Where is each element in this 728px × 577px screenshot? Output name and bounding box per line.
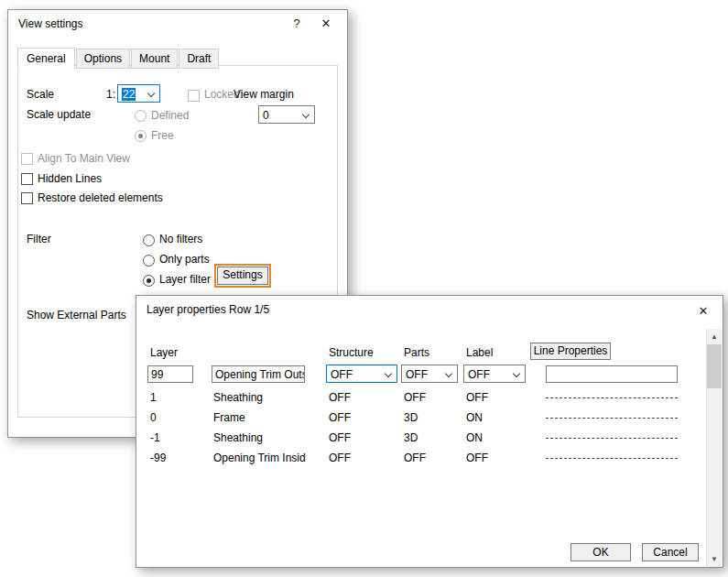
view-settings-title: View settings	[18, 17, 82, 30]
cell-name: Opening Trim Insid	[213, 452, 306, 464]
close-icon[interactable]: ✕	[693, 302, 713, 320]
layer-number-input[interactable]: 99	[147, 365, 193, 383]
line-style-dashed	[546, 418, 678, 419]
chevron-down-icon	[147, 90, 155, 97]
align-to-main-view-label[interactable]: Align To Main View	[38, 152, 130, 165]
scrollbar-thumb[interactable]	[707, 344, 722, 388]
cell-label: OFF	[466, 452, 488, 464]
structure-dropdown-value: OFF	[331, 368, 353, 381]
defined-radio-label[interactable]: Defined	[151, 109, 189, 122]
scale-combobox[interactable]: 22	[117, 84, 160, 103]
column-header-layer: Layer	[150, 346, 178, 359]
cell-layer: 1	[150, 391, 157, 404]
chevron-down-icon	[302, 111, 310, 118]
cell-structure: OFF	[329, 431, 351, 444]
cell-name: Sheathing	[213, 391, 263, 404]
layer-properties-title: Layer properties Row 1/5	[147, 303, 269, 316]
cell-structure: OFF	[329, 452, 351, 464]
tab-mount[interactable]: Mount	[131, 49, 178, 69]
view-settings-tab-bar: General Options Mount Draft	[17, 48, 220, 69]
chevron-down-icon	[445, 370, 452, 377]
layer-row[interactable]: -1 Sheathing OFF 3D ON	[137, 428, 705, 448]
parts-dropdown-value: OFF	[406, 368, 428, 381]
cell-name: Frame	[213, 411, 245, 424]
cell-structure: OFF	[329, 411, 351, 424]
help-icon[interactable]: ?	[287, 15, 307, 32]
desktop-background: View settings ? ✕ General Options Mount …	[0, 0, 728, 577]
column-header-parts: Parts	[404, 346, 429, 359]
cell-layer: -99	[150, 452, 166, 464]
cell-label: ON	[466, 411, 483, 424]
hidden-lines-label[interactable]: Hidden Lines	[38, 172, 102, 185]
scale-combobox-value: 22	[122, 88, 136, 101]
line-style-dashed	[546, 438, 678, 439]
layer-name-input[interactable]: Opening Trim Outs	[212, 365, 305, 383]
layer-row[interactable]: -99 Opening Trim Insid OFF OFF OFF	[137, 448, 705, 468]
scale-label: Scale	[27, 88, 54, 101]
layer-properties-titlebar[interactable]: Layer properties Row 1/5 ✕	[136, 296, 723, 323]
no-filters-radio[interactable]	[143, 234, 155, 246]
column-header-structure: Structure	[329, 346, 374, 359]
hidden-lines-checkbox[interactable]	[21, 173, 33, 185]
no-filters-label[interactable]: No filters	[159, 233, 202, 245]
cell-parts: OFF	[404, 452, 426, 464]
cell-name: Sheathing	[213, 431, 263, 444]
cell-parts: 3D	[404, 411, 418, 424]
only-parts-label[interactable]: Only parts	[159, 253, 210, 266]
close-icon[interactable]: ✕	[316, 15, 336, 32]
chevron-down-icon	[513, 370, 520, 377]
scroll-up-icon[interactable]: ▲	[707, 329, 722, 344]
defined-radio[interactable]	[135, 110, 147, 122]
line-properties-button[interactable]: Line Properties	[530, 343, 611, 360]
scroll-down-icon[interactable]: ▼	[707, 551, 722, 567]
layer-row[interactable]: 1 Sheathing OFF OFF OFF	[137, 387, 705, 408]
column-header-label: Label	[466, 346, 493, 359]
show-external-parts-label: Show External Parts	[27, 309, 126, 321]
only-parts-radio[interactable]	[143, 255, 155, 267]
layer-filter-radio[interactable]	[143, 275, 155, 287]
ok-button[interactable]: OK	[570, 543, 631, 561]
view-margin-combobox-value: 0	[263, 109, 269, 122]
cell-structure: OFF	[329, 391, 351, 404]
vertical-scrollbar[interactable]: ▲ ▼	[706, 329, 722, 567]
cell-label: OFF	[466, 391, 488, 404]
cell-parts: OFF	[404, 391, 426, 404]
view-settings-titlebar[interactable]: View settings ? ✕	[8, 10, 347, 38]
free-radio-label[interactable]: Free	[151, 129, 174, 142]
label-dropdown-value: OFF	[468, 368, 490, 381]
filter-settings-button[interactable]: Settings	[217, 267, 268, 285]
structure-dropdown[interactable]: OFF	[326, 365, 397, 383]
locked-checkbox[interactable]	[188, 90, 200, 102]
cell-layer: 0	[150, 411, 157, 424]
layer-filter-label[interactable]: Layer filter	[159, 273, 211, 286]
view-margin-label: View margin	[234, 88, 294, 101]
cell-layer: -1	[150, 431, 160, 444]
cancel-button[interactable]: Cancel	[642, 543, 699, 561]
line-properties-input[interactable]	[546, 365, 678, 383]
restore-deleted-checkbox[interactable]	[21, 192, 33, 204]
align-to-main-view-checkbox[interactable]	[21, 153, 33, 165]
layer-properties-dialog: Layer properties Row 1/5 ✕ Layer Structu…	[136, 295, 723, 568]
tab-general[interactable]: General	[17, 48, 75, 70]
cell-parts: 3D	[404, 431, 418, 444]
filter-label: Filter	[27, 233, 51, 245]
free-radio[interactable]	[135, 130, 147, 142]
scale-update-label: Scale update	[27, 108, 91, 121]
scale-ratio-prefix: 1:	[106, 88, 115, 101]
line-style-dashed	[546, 397, 678, 398]
view-margin-combobox[interactable]: 0	[258, 105, 315, 124]
cell-label: ON	[466, 431, 483, 444]
restore-deleted-label[interactable]: Restore deleted elements	[38, 191, 163, 204]
label-dropdown[interactable]: OFF	[463, 365, 526, 383]
chevron-down-icon	[385, 370, 392, 377]
line-style-dashed	[546, 458, 678, 459]
parts-dropdown[interactable]: OFF	[401, 365, 458, 383]
tab-draft[interactable]: Draft	[179, 49, 219, 69]
tab-options[interactable]: Options	[76, 49, 130, 69]
layer-row[interactable]: 0 Frame OFF 3D ON	[137, 408, 705, 428]
